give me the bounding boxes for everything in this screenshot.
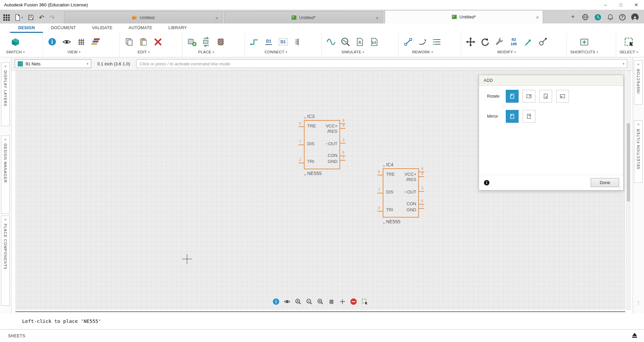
help-icon[interactable]: ?: [619, 14, 626, 20]
job-status-clock-icon[interactable]: [594, 14, 601, 21]
switch-board-icon[interactable]: [9, 36, 21, 48]
replace-part-icon[interactable]: [200, 36, 212, 48]
select-dropdown[interactable]: SELECT▾: [620, 50, 638, 54]
view-dropdown[interactable]: VIEW▾: [67, 50, 80, 54]
panel-tab-inspector[interactable]: « INSPECTOR: [634, 60, 643, 105]
stop-icon[interactable]: [350, 298, 357, 305]
zoom-out-icon[interactable]: [306, 298, 313, 305]
move-icon[interactable]: [465, 36, 477, 48]
info-icon[interactable]: [46, 36, 58, 48]
canvas-grid-icon[interactable]: [328, 298, 335, 305]
done-button[interactable]: Done: [591, 178, 619, 187]
canvas-select-icon[interactable]: [361, 298, 368, 305]
tab-untitled-1[interactable]: Untitled ×: [64, 11, 222, 23]
vertical-scrollbar[interactable]: [626, 70, 631, 310]
scrollbar-thumb[interactable]: [627, 123, 630, 202]
component-ic4[interactable]: IC4 6 7 2 8 4: [383, 162, 419, 225]
panel-tab-place-components[interactable]: » PLACE COMPONENTS: [1, 216, 10, 306]
simulate-dropdown[interactable]: SIMULATE▾: [341, 50, 364, 54]
panel-tab-selection-filter[interactable]: « SELECTION FILTER: [634, 120, 643, 183]
mirror-off-button[interactable]: [506, 110, 519, 123]
tab-untitled-3-active[interactable]: Untitled* ×: [385, 10, 543, 23]
copy-icon[interactable]: [123, 36, 135, 48]
grid-icon[interactable]: [75, 36, 87, 48]
canvas-eye-icon[interactable]: [284, 298, 291, 305]
rotate-180-button[interactable]: [539, 90, 552, 103]
notifications-bell-icon[interactable]: [607, 14, 613, 20]
eye-icon[interactable]: [61, 36, 73, 48]
route-arrow-icon[interactable]: [417, 36, 429, 48]
switch-dropdown[interactable]: SWITCH▾: [6, 50, 24, 54]
waveform-doc-icon[interactable]: [354, 36, 366, 48]
user-avatar[interactable]: [631, 13, 639, 21]
web-globe-icon[interactable]: [582, 14, 589, 20]
rotate-0-button[interactable]: [506, 90, 519, 103]
rail-overflow-icon[interactable]: ⋮: [633, 300, 644, 305]
chevron-down-icon[interactable]: ▾: [623, 62, 624, 65]
dialog-resize-handle[interactable]: ⋰: [619, 185, 622, 190]
rotate-icon[interactable]: [479, 36, 491, 48]
ulp-probe-icon[interactable]: [522, 36, 534, 48]
panel-tab-display-layers[interactable]: » DISPLAY LAYERS: [1, 62, 10, 126]
tab-untitled-2[interactable]: Untitled* ×: [224, 11, 383, 23]
tab-close-icon[interactable]: ×: [536, 14, 539, 20]
wrench-icon[interactable]: [493, 36, 505, 48]
menu-validate[interactable]: VALIDATE: [84, 23, 120, 33]
place-dropdown[interactable]: PLACE▾: [198, 50, 214, 54]
sine-wave-icon[interactable]: [325, 36, 337, 48]
canvas-crosshair-icon[interactable]: [339, 298, 346, 305]
add-dialog-title[interactable]: ADD: [479, 75, 623, 86]
layers-icon[interactable]: [90, 36, 102, 48]
horizontal-scrollbar[interactable]: [15, 311, 625, 312]
net-icon[interactable]: [248, 36, 260, 48]
mirror-on-button[interactable]: [523, 110, 535, 123]
draw-wire-icon[interactable]: [402, 36, 414, 48]
shortcut-box-icon[interactable]: [578, 36, 590, 48]
tab-close-icon[interactable]: ×: [215, 15, 218, 20]
zoom-fit-icon[interactable]: [317, 298, 324, 305]
command-line-input[interactable]: [136, 59, 627, 68]
package-icon[interactable]: [215, 36, 227, 48]
menu-library[interactable]: LIBRARY: [160, 23, 195, 33]
nets-dropdown[interactable]: 91 Nets ▾: [15, 59, 91, 68]
rotate-90-button[interactable]: [523, 90, 535, 103]
close-button[interactable]: ✕: [629, 0, 644, 10]
rotate-270-button[interactable]: [556, 90, 569, 103]
value-icon[interactable]: R2 10K: [508, 36, 520, 48]
paste-icon[interactable]: [138, 36, 150, 48]
dialog-info-icon[interactable]: [484, 180, 490, 186]
delete-icon[interactable]: [152, 36, 164, 48]
zoom-in-icon[interactable]: [295, 298, 302, 305]
component-ic3[interactable]: IC3 6 7 2 8 4: [304, 114, 340, 176]
shortcuts-dropdown[interactable]: SHORTCUTS▾: [570, 50, 598, 54]
net-name-icon[interactable]: D1: [277, 36, 289, 48]
junction-icon[interactable]: [291, 36, 304, 48]
canvas-info-icon[interactable]: [273, 298, 280, 305]
maximize-button[interactable]: □: [613, 0, 629, 10]
panel-tab-design-manager[interactable]: » DESIGN MANAGER: [1, 135, 10, 214]
new-tab-button[interactable]: +: [568, 12, 578, 22]
probe-wave-icon[interactable]: [339, 36, 352, 48]
save-button[interactable]: [28, 14, 34, 20]
redo-icon[interactable]: ↷: [49, 14, 55, 21]
edit-dropdown[interactable]: EDIT▾: [138, 50, 150, 54]
menu-automate[interactable]: AUTOMATE: [120, 23, 160, 33]
expand-bottom-panel-icon[interactable]: [632, 333, 637, 338]
select-marquee-icon[interactable]: [623, 36, 635, 48]
undo-icon[interactable]: ↶: [39, 14, 44, 21]
modify-dropdown[interactable]: MODIFY▾: [497, 50, 516, 54]
schematic-canvas[interactable]: IC3 6 7 2 8 4: [15, 70, 625, 310]
app-grid-menu-icon[interactable]: [3, 14, 10, 21]
logic-doc-icon[interactable]: [368, 36, 380, 48]
sheets-tab[interactable]: SHEETS: [8, 334, 25, 338]
menu-document[interactable]: DOCUMENT: [43, 23, 84, 33]
pin-swap-icon[interactable]: [537, 36, 549, 48]
menu-design[interactable]: DESIGN: [10, 23, 43, 33]
tab-close-icon[interactable]: ×: [376, 15, 379, 20]
align-icon[interactable]: [431, 36, 443, 48]
connect-dropdown[interactable]: CONNECT▾: [265, 50, 287, 54]
file-menu-button[interactable]: ▾: [15, 14, 23, 21]
net-label-icon[interactable]: D1: [263, 36, 275, 48]
place-part-icon[interactable]: [186, 36, 198, 48]
rework-dropdown[interactable]: REWORK▾: [412, 50, 433, 54]
